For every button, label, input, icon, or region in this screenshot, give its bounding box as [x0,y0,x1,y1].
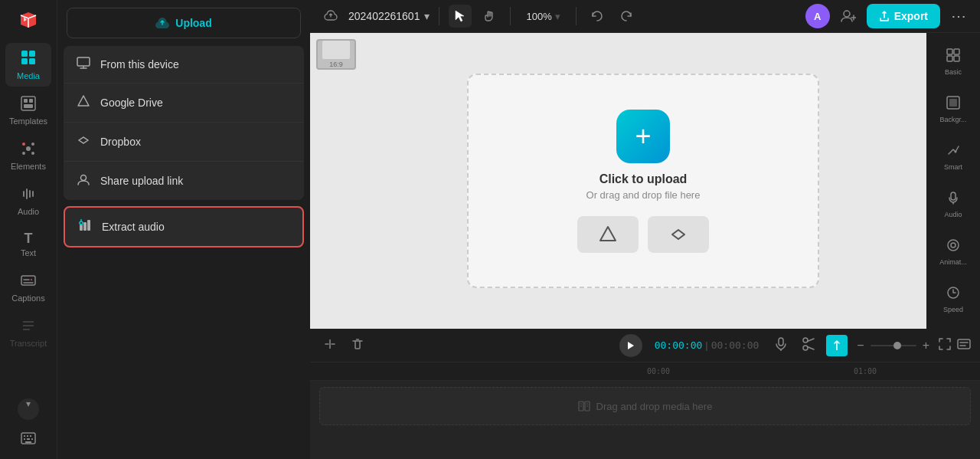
dropbox-item[interactable]: Dropbox [64,123,304,162]
play-btn[interactable] [619,334,642,357]
redo-btn[interactable] [615,5,638,28]
right-panel-background[interactable]: Backgr... [929,88,977,131]
svg-marker-45 [672,230,684,239]
right-panel-speed[interactable]: Speed [929,278,977,321]
ruler-mark-0: 00:00 [647,367,854,375]
media-drop-zone[interactable]: Drag and drop media here [319,387,971,425]
canvas-thumbnail-panel: 16:9 [310,33,360,329]
svg-rect-62 [779,338,783,346]
svg-rect-69 [958,339,970,349]
svg-rect-7 [24,104,33,108]
sidebar-item-audio-label: Audio [18,207,39,216]
svg-marker-32 [79,137,88,143]
right-panel-smart-tools[interactable]: Smart [929,136,977,179]
sidebar-item-chevron-down[interactable]: ▾ [18,398,39,420]
svg-point-55 [948,240,959,251]
svg-rect-52 [949,99,957,107]
sidebar-item-transcript[interactable]: Transcript [5,312,51,354]
svg-point-8 [26,146,31,151]
more-options-btn[interactable]: ⋯ [946,2,971,30]
current-time: 00:00:00 [655,339,703,351]
undo-btn[interactable] [586,5,609,28]
right-panel-audio[interactable]: Audio [929,183,977,226]
svg-rect-24 [24,438,25,440]
toolbar-divider-3 [576,7,577,25]
svg-point-34 [81,175,87,181]
google-drive-item[interactable]: Google Drive [64,84,304,123]
zoom-level-text: 100% [526,11,551,22]
zoom-in-btn[interactable]: + [920,337,933,354]
fullscreen-btn[interactable] [939,338,951,353]
svg-point-40 [844,11,850,17]
timeline-time-display: 00:00:00 | 00:00:00 [655,339,760,351]
avatar-initial: A [814,11,821,22]
svg-rect-5 [24,99,28,103]
canvas-area: 16:9 + Click to upload Or drag and drop … [310,33,980,329]
right-panel-basic[interactable]: Basic [929,41,977,84]
templates-icon [21,96,36,113]
sidebar-item-captions[interactable]: Captions [5,267,51,309]
sidebar-item-templates[interactable]: Templates [5,90,51,132]
zoom-slider[interactable] [871,345,916,346]
split-btn[interactable] [319,333,341,358]
delete-btn[interactable] [347,333,368,358]
snap-btn[interactable] [826,335,848,356]
google-drive-option[interactable] [577,216,639,253]
left-sidebar: Media Templates Elements [0,0,57,459]
upload-cloud-btn[interactable] [319,5,342,28]
cut-timeline-btn[interactable] [797,333,820,359]
right-panel-animate[interactable]: Animat... [929,231,977,274]
share-upload-link-label: Share upload link [100,175,183,187]
zoom-out-btn[interactable]: − [854,337,867,354]
right-panel-audio-label: Audio [944,211,962,218]
mic-btn[interactable] [771,333,791,359]
canvas-slide-thumbnail[interactable]: 16:9 [316,39,356,70]
total-time: 00:00:00 [711,339,760,351]
extract-audio-label: Extract audio [102,221,165,233]
sidebar-item-media[interactable]: Media [5,43,51,87]
svg-rect-21 [24,435,25,437]
sidebar-item-text[interactable]: T Text [5,225,51,264]
upload-plus-button[interactable]: + [616,110,670,163]
svg-marker-44 [600,227,616,241]
hand-tool-btn[interactable] [478,5,501,28]
dropbox-option[interactable] [648,216,709,253]
sidebar-item-keyboard[interactable] [5,426,51,453]
right-panel-basic-label: Basic [945,68,962,76]
upload-button-label: Upload [175,17,211,29]
svg-rect-28 [77,57,90,66]
share-upload-link-item[interactable]: Share upload link [64,162,304,200]
smart-tools-icon [946,143,960,160]
keyboard-icon [21,432,36,447]
svg-point-53 [955,151,957,153]
sidebar-item-audio[interactable]: Audio [5,180,51,222]
upload-canvas[interactable]: + Click to upload Or drag and drop file … [467,74,819,288]
svg-rect-3 [29,58,35,64]
pointer-tool-btn[interactable] [449,5,472,28]
drop-zone-text: Drag and drop media here [596,401,713,412]
from-device-item[interactable]: From this device [64,46,304,84]
svg-rect-6 [29,99,33,103]
svg-rect-25 [27,438,30,440]
svg-line-67 [808,346,815,349]
timeline-toolbar: 00:00:00 | 00:00:00 [310,329,980,362]
media-panel: Upload From this device Google Drive [57,0,310,459]
svg-point-10 [31,143,34,146]
upload-button[interactable]: Upload [67,8,301,38]
svg-marker-31 [78,96,89,106]
svg-point-11 [22,152,25,155]
sidebar-item-elements[interactable]: Elements [5,135,51,177]
add-member-btn[interactable] [836,5,861,28]
user-avatar[interactable]: A [805,4,830,28]
right-panel-animate-label: Animat... [939,258,967,266]
svg-marker-61 [628,342,634,349]
zoom-display[interactable]: 100% ▾ [520,8,566,25]
extract-audio-item[interactable]: Extract audio [65,208,302,246]
export-button[interactable]: Export [867,4,940,28]
elements-icon [21,141,36,159]
caption-timeline-btn[interactable] [957,339,971,352]
ruler-mark-1: 01:00 [854,367,980,375]
project-name[interactable]: 202402261601 ▾ [348,10,430,22]
svg-rect-27 [25,441,31,443]
sidebar-item-media-label: Media [17,71,40,80]
